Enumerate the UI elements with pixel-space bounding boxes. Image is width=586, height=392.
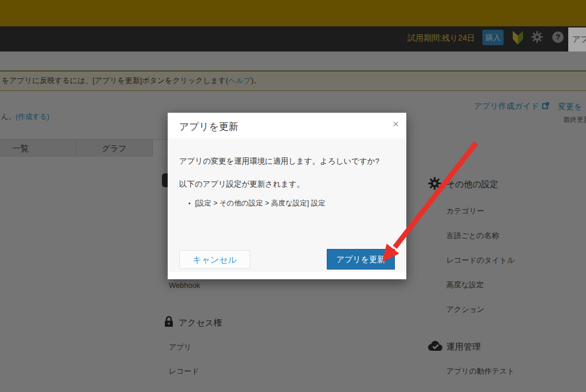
dialog-footer (168, 272, 406, 279)
dialog-bullet-item: •[設定 > その他の設定 > 高度な設定] 設定 (188, 199, 325, 208)
app-menu-panel[interactable]: アプ (568, 27, 586, 52)
bullet-dot: • (188, 200, 191, 207)
dialog-message: アプリの変更を運用環境に適用します。よろしいですか? (179, 156, 379, 167)
bullet-text: [設定 > その他の設定 > 高度な設定] 設定 (195, 199, 326, 207)
dialog-title: アプリを更新 (179, 120, 239, 133)
update-app-button[interactable]: アプリを更新 (327, 249, 395, 270)
close-icon[interactable]: × (393, 118, 399, 129)
cancel-button[interactable]: キャンセル (179, 250, 250, 269)
kintone-app-settings-screen: 試用期間:残り24日 購入 ? をアプリに反映するには、[アプ (0, 0, 586, 392)
dialog-sub-message: 以下のアプリ設定が更新されます。 (179, 179, 304, 189)
update-app-dialog: アプリを更新 × アプリの変更を運用環境に適用します。よろしいですか? 以下のア… (168, 113, 406, 279)
